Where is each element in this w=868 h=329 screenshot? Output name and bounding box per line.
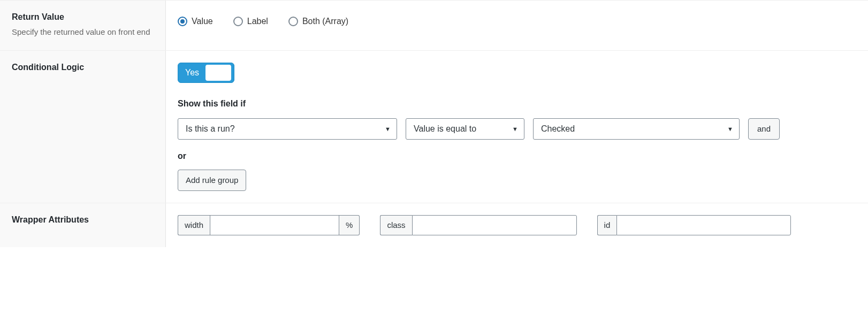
or-text: or bbox=[178, 151, 856, 161]
conditional-logic-title: Conditional Logic bbox=[12, 63, 154, 72]
id-input[interactable] bbox=[616, 215, 791, 235]
return-value-desc: Specify the returned value on front end bbox=[12, 26, 154, 39]
width-input[interactable] bbox=[210, 215, 339, 235]
radio-label-both: Both (Array) bbox=[302, 17, 348, 26]
show-if-title: Show this field if bbox=[178, 99, 856, 109]
rule-field-select[interactable]: Is this a run? bbox=[178, 118, 397, 140]
conditional-logic-content: Yes Show this field if Is this a run? ▼ … bbox=[166, 51, 868, 203]
radio-label-value: Value bbox=[192, 17, 213, 26]
width-input-group: width % bbox=[178, 215, 360, 235]
wrapper-attributes-content: width % class id bbox=[166, 203, 868, 247]
return-value-radios: Value Label Both (Array) bbox=[178, 12, 856, 26]
rule-operator-select[interactable]: Value is equal to bbox=[406, 118, 524, 140]
wrapper-attributes-title: Wrapper Attributes bbox=[12, 215, 154, 225]
wrapper-attributes-label-col: Wrapper Attributes bbox=[0, 203, 166, 247]
radio-icon bbox=[233, 17, 243, 26]
conditional-logic-label-col: Conditional Logic bbox=[0, 51, 166, 203]
width-unit-addon: % bbox=[339, 215, 360, 235]
wrapper-inputs: width % class id bbox=[178, 215, 856, 235]
class-addon: class bbox=[380, 215, 412, 235]
id-input-group: id bbox=[597, 215, 791, 235]
radio-icon bbox=[288, 17, 298, 26]
return-value-row: Return Value Specify the returned value … bbox=[0, 0, 868, 50]
rule-value-select[interactable]: Checked bbox=[533, 118, 740, 140]
radio-option-label[interactable]: Label bbox=[233, 17, 268, 26]
radio-option-value[interactable]: Value bbox=[178, 17, 213, 26]
width-addon: width bbox=[178, 215, 210, 235]
wrapper-attributes-row: Wrapper Attributes width % class id bbox=[0, 203, 868, 247]
radio-label-label: Label bbox=[247, 17, 268, 26]
radio-icon bbox=[178, 17, 187, 26]
rule-operator-select-wrap: Value is equal to ▼ bbox=[406, 118, 524, 140]
rule-row: Is this a run? ▼ Value is equal to ▼ Che… bbox=[178, 118, 856, 140]
radio-option-both[interactable]: Both (Array) bbox=[288, 17, 348, 26]
class-input-group: class bbox=[380, 215, 576, 235]
return-value-content: Value Label Both (Array) bbox=[166, 1, 868, 50]
add-rule-group-button[interactable]: Add rule group bbox=[178, 170, 246, 191]
id-addon: id bbox=[597, 215, 617, 235]
toggle-handle bbox=[205, 65, 231, 81]
rule-field-select-wrap: Is this a run? ▼ bbox=[178, 118, 397, 140]
rule-value-select-wrap: Checked ▼ bbox=[533, 118, 740, 140]
conditional-logic-row: Conditional Logic Yes Show this field if… bbox=[0, 50, 868, 203]
class-input[interactable] bbox=[412, 215, 577, 235]
return-value-title: Return Value bbox=[12, 12, 154, 22]
conditional-toggle[interactable]: Yes bbox=[178, 63, 234, 83]
and-button[interactable]: and bbox=[748, 118, 780, 140]
return-value-label-col: Return Value Specify the returned value … bbox=[0, 1, 166, 50]
toggle-label: Yes bbox=[181, 68, 205, 78]
